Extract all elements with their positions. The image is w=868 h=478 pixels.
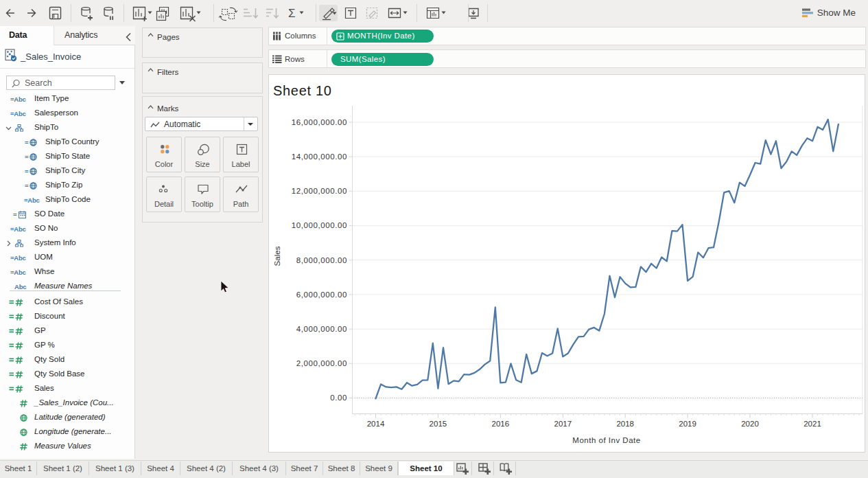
svg-text:2021: 2021 xyxy=(804,420,821,428)
svg-text:Month of Inv Date: Month of Inv Date xyxy=(572,436,640,444)
svg-text:10,000,000.00: 10,000,000.00 xyxy=(292,221,347,229)
svg-text:14,000,000.00: 14,000,000.00 xyxy=(292,152,347,161)
svg-text:16,000,000.00: 16,000,000.00 xyxy=(292,118,347,126)
svg-text:Σ: Σ xyxy=(288,7,296,20)
svg-text:0.00: 0.00 xyxy=(330,394,347,402)
svg-text:2016: 2016 xyxy=(492,420,510,428)
svg-text:2018: 2018 xyxy=(616,420,634,428)
svg-text:8,000,000.00: 8,000,000.00 xyxy=(296,256,347,264)
svg-text:2017: 2017 xyxy=(554,420,572,428)
svg-text:12,000,000.00: 12,000,000.00 xyxy=(292,187,347,195)
svg-text:4,000,000.00: 4,000,000.00 xyxy=(296,325,347,333)
svg-text:2014: 2014 xyxy=(367,420,385,428)
svg-text:Sales: Sales xyxy=(273,246,281,266)
svg-text:6,000,000.00: 6,000,000.00 xyxy=(296,291,347,299)
svg-text:2015: 2015 xyxy=(430,420,447,428)
svg-text:2020: 2020 xyxy=(741,420,759,428)
svg-text:2,000,000.00: 2,000,000.00 xyxy=(296,359,347,367)
svg-text:2019: 2019 xyxy=(679,420,696,428)
